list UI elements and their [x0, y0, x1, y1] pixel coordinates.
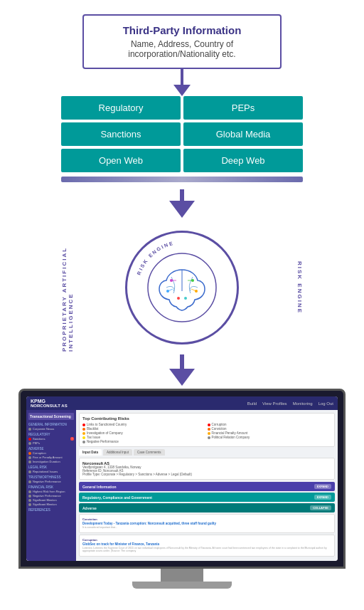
- app-nav: Build View Profiles Monitoring Log Out: [247, 401, 333, 406]
- tabs-row: Input Data Additional Input Case Comment…: [79, 449, 335, 456]
- app-sidebar: Transactional Screening General Informat…: [26, 410, 76, 561]
- monitor-section: KPMG NORCONSULT AS Build View Profiles M…: [18, 389, 346, 589]
- sidebar-label-fines: Fine or Penalty Amount: [33, 456, 63, 459]
- grid-col-right: PEPs Global Media Deep Web: [183, 96, 303, 172]
- nav-view-profiles[interactable]: View Profiles: [262, 401, 287, 406]
- sidebar-dot-neg2: [28, 495, 31, 498]
- sidebar-label-investigation: Investigation Duration: [33, 460, 60, 463]
- sidebar-regulatory-title: Regulatory: [28, 433, 74, 436]
- sidebar-dot-sig: [28, 499, 31, 502]
- monitor-stand-neck: [161, 569, 203, 582]
- arrow-shaft-1: [181, 69, 183, 85]
- risk-dot-investigation: [82, 432, 85, 435]
- risk-dot-penalty: [208, 432, 210, 435]
- peps-box: PEPs: [183, 96, 303, 120]
- app-main: Top Contributing Risks Links to Sanction…: [76, 410, 338, 561]
- risk-item-penalty: Financial Penalty Amount: [208, 431, 332, 435]
- global-media-box: Global Media: [183, 122, 303, 146]
- app-logo: KPMG NORCONSULT AS: [31, 399, 68, 408]
- sidebar-label-sanctions: Sanctions: [33, 437, 46, 441]
- nav-logout[interactable]: Log Out: [318, 401, 333, 406]
- sidebar-dot-negperf: [28, 480, 31, 483]
- section-bar-adverse: Adverse COLLAPSE: [79, 503, 335, 512]
- sidebar-label-highest: Highest Risk from Region: [33, 490, 65, 493]
- section-label-regulatory: Regulatory, Compliance and Government: [82, 495, 152, 500]
- section-bar-general: General Information EXPAND: [79, 482, 335, 491]
- nav-monitoring[interactable]: Monitoring: [293, 401, 313, 406]
- sanctions-box: Sanctions: [61, 122, 181, 146]
- section-btn-general[interactable]: EXPAND: [314, 484, 331, 489]
- sidebar-dot-investigation: [28, 461, 31, 463]
- risk-dot-blacklist: [82, 428, 85, 431]
- sidebar-item-investigation[interactable]: Investigation Duration: [28, 460, 74, 463]
- section-btn-regulatory[interactable]: EXPAND: [314, 495, 331, 500]
- sidebar-item-corporate-nexus[interactable]: Corporate Nexus: [28, 427, 74, 431]
- section-btn-adverse[interactable]: COLLAPSE: [310, 505, 331, 510]
- risk-dot-corruption: [208, 424, 210, 426]
- sidebar-item-corruption[interactable]: Corruption: [28, 451, 74, 455]
- risk-dot-neg: [82, 441, 85, 443]
- arrow-head-1: [173, 85, 191, 96]
- sidebar-item-fines[interactable]: Fine or Penalty Amount: [28, 456, 74, 459]
- regulatory-box: Regulatory: [61, 96, 181, 120]
- tab-additional-input[interactable]: Additional Input: [103, 449, 132, 456]
- open-web-box: Open Web: [61, 149, 181, 172]
- sidebar-item-sig-mention[interactable]: Significant Mention: [28, 498, 74, 502]
- risk-label-investigation: Investigation of Company: [87, 431, 123, 435]
- third-party-info-box: Third-Party Information Name, Address, C…: [82, 14, 282, 69]
- sidebar-trustworthy-title: Trustworthiness: [28, 475, 74, 479]
- circular-text-svg: RISK ENGINE: [127, 233, 241, 347]
- separator-line: [61, 177, 303, 182]
- sidebar-dot-corruption: [28, 452, 31, 455]
- monitor-screen-inner: KPMG NORCONSULT AS Build View Profiles M…: [26, 396, 338, 561]
- sidebar-item-neg-perf2[interactable]: Negative Performance: [28, 494, 74, 498]
- risk-item-blacklist: Blacklist: [82, 427, 207, 431]
- tab-case-comments[interactable]: Case Comments: [134, 449, 165, 456]
- sidebar-dot-fines: [28, 456, 31, 459]
- sidebar-item-sanctions[interactable]: Sanctions !: [28, 437, 74, 441]
- sidebar-references-title: References: [28, 508, 74, 512]
- ai-label-left: PROPRIETARY ARTIFICIAL INTELLIGENCE: [61, 224, 74, 352]
- kpmg-logo: KPMG: [31, 399, 68, 404]
- svg-text:RISK ENGINE: RISK ENGINE: [136, 241, 174, 276]
- risk-item-conviction: Conviction: [208, 427, 332, 431]
- app-content: Transactional Screening General Informat…: [26, 410, 338, 561]
- section-label-general: General Information: [82, 485, 117, 489]
- sidebar-company: Transactional Screening: [28, 413, 74, 420]
- arrow-down-3: [169, 354, 195, 386]
- risk-title: Top Contributing Risks: [82, 416, 331, 421]
- sidebar-item-peps[interactable]: PEPs: [28, 441, 74, 445]
- sidebar-financial-title: Financial Risk: [28, 485, 74, 489]
- ai-circle: RISK ENGINE: [125, 231, 239, 345]
- news-title-1[interactable]: Development Today - Tanzania corruption:…: [82, 522, 331, 525]
- sidebar-item-highest-risk[interactable]: Highest Risk from Region: [28, 490, 74, 493]
- tab-input-data[interactable]: Input Data: [79, 449, 102, 456]
- info-box-subtitle: Name, Address, Country of incorporation/…: [98, 39, 266, 59]
- big-arrow-head: [169, 201, 195, 218]
- nav-build[interactable]: Build: [247, 401, 257, 406]
- section-bar-regulatory: Regulatory, Compliance and Government EX…: [79, 493, 335, 502]
- news-item-corruption: Corruption GlobSec on track for Minister…: [79, 535, 335, 557]
- risk-items: Links to Sanctioned Country Corruption B…: [82, 423, 331, 443]
- sidebar-dot-highest: [28, 490, 31, 493]
- sidebar-item-sig-mention2[interactable]: Significant Mention: [28, 503, 74, 506]
- risk-item-investigation: Investigation of Company: [82, 431, 207, 435]
- risk-item-0: Links to Sanctioned Country: [82, 423, 207, 426]
- sidebar-badge-sanctions: !: [70, 437, 74, 441]
- monitor-stand-base: [132, 582, 232, 589]
- sidebar-label-reputational: Reputational Issues: [33, 470, 58, 473]
- sidebar-item-negperf[interactable]: Negative Performance: [28, 480, 74, 483]
- sidebar-label-sig: Significant Mention: [33, 498, 57, 502]
- risk-header: Top Contributing Risks Links to Sanction…: [79, 413, 335, 447]
- section-label-adverse: Adverse: [82, 506, 97, 510]
- risk-label-0: Links to Sanctioned Country: [87, 423, 127, 426]
- monitor-screen: KPMG NORCONSULT AS Build View Profiles M…: [18, 389, 346, 569]
- sidebar-general-label: General Information: [28, 423, 74, 426]
- news-category-2: Corruption: [82, 538, 331, 542]
- risk-label-neg: Negative Performance: [87, 440, 119, 443]
- news-title-2[interactable]: GlobSec on track for Minister of Finance…: [82, 542, 331, 546]
- sidebar-label-peps: PEPs: [33, 441, 40, 445]
- sidebar-item-reputational[interactable]: Reputational Issues: [28, 470, 74, 473]
- sidebar-label-neg2: Negative Performance: [33, 494, 61, 498]
- risk-dot-political: [208, 436, 210, 439]
